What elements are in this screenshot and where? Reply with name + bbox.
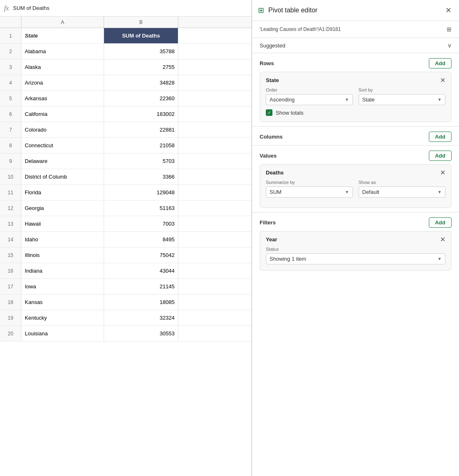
summarize-select-arrow-icon: ▼ <box>345 190 349 194</box>
showas-select[interactable]: Default ▼ <box>359 186 446 198</box>
table-row[interactable]: 20Louisiana30553 <box>0 326 251 342</box>
order-field-group: Order Ascending ▼ <box>266 87 353 105</box>
cell-state[interactable]: District of Columb <box>21 169 104 184</box>
cell-deaths[interactable]: 21058 <box>104 138 178 153</box>
order-select[interactable]: Ascending ▼ <box>266 94 353 105</box>
table-row[interactable]: 14Idaho8495 <box>0 232 251 247</box>
rows-state-card-header: State ✕ <box>266 76 445 84</box>
cell-state[interactable]: Florida <box>21 185 104 200</box>
cell-state[interactable]: Louisiana <box>21 326 104 341</box>
cell-state[interactable]: Connecticut <box>21 138 104 153</box>
table-row[interactable]: 19Kentucky32324 <box>0 310 251 326</box>
rows-add-button[interactable]: Add <box>429 58 452 68</box>
suggested-label: Suggested <box>260 42 285 49</box>
cell-state[interactable]: Delaware <box>21 153 104 169</box>
cell-deaths[interactable]: 34828 <box>104 75 178 90</box>
values-section-title: Values <box>260 153 277 159</box>
show-totals-checkbox[interactable]: ✓ <box>266 109 272 116</box>
table-row[interactable]: 5Arkansas22360 <box>0 91 251 106</box>
values-deaths-close-button[interactable]: ✕ <box>440 169 445 177</box>
table-row[interactable]: 15Illinois75042 <box>0 247 251 263</box>
cell-deaths[interactable]: 35788 <box>104 44 178 59</box>
showas-field-group: Show as Default ▼ <box>359 180 446 198</box>
filters-section-header: Filters Add <box>260 212 452 231</box>
cell-deaths[interactable]: 43044 <box>104 263 178 278</box>
cell-deaths[interactable]: 32324 <box>104 310 178 325</box>
sortby-select[interactable]: State ▼ <box>359 94 446 105</box>
row-number: 3 <box>0 59 21 75</box>
table-row[interactable]: 7Colorado22881 <box>0 122 251 138</box>
cell-state[interactable]: Kentucky <box>21 310 104 325</box>
col-header-a[interactable]: A <box>21 16 104 28</box>
filters-add-button[interactable]: Add <box>429 217 452 228</box>
cell-state[interactable]: Iowa <box>21 279 104 294</box>
cell-deaths[interactable]: 129048 <box>104 185 178 200</box>
col-header-b[interactable]: B <box>104 16 178 28</box>
cell-deaths[interactable]: 8495 <box>104 232 178 247</box>
cell-deaths[interactable]: 5703 <box>104 153 178 169</box>
pivot-close-button[interactable]: ✕ <box>445 6 452 15</box>
cell-deaths[interactable]: 2755 <box>104 59 178 75</box>
cell-deaths[interactable]: 183002 <box>104 106 178 122</box>
cell-deaths[interactable]: 75042 <box>104 247 178 263</box>
cell-state[interactable]: Arizona <box>21 75 104 90</box>
table-row[interactable]: 10District of Columb3366 <box>0 169 251 185</box>
cell-deaths[interactable]: 30553 <box>104 326 178 341</box>
sortby-select-value: State <box>362 97 375 103</box>
pivot-range-grid-icon[interactable]: ⊞ <box>447 26 452 33</box>
table-row[interactable]: 13Hawaii7003 <box>0 216 251 232</box>
summarize-select[interactable]: SUM ▼ <box>266 186 353 198</box>
table-row[interactable]: 3Alaska2755 <box>0 59 251 75</box>
cell-deaths[interactable]: 21145 <box>104 279 178 294</box>
table-row[interactable]: 11Florida129048 <box>0 185 251 200</box>
cell-state[interactable]: Idaho <box>21 232 104 247</box>
cell-state[interactable]: California <box>21 106 104 122</box>
cell-state[interactable]: Alabama <box>21 44 104 59</box>
cell-deaths[interactable]: 51163 <box>104 200 178 216</box>
cell-state[interactable]: Illinois <box>21 247 104 263</box>
filters-section-title: Filters <box>260 219 276 226</box>
filter-status-select[interactable]: Showing 1 item ▼ <box>266 253 445 264</box>
table-row[interactable]: 4Arizona34828 <box>0 75 251 91</box>
row-number: 2 <box>0 44 21 59</box>
table-row[interactable]: 2Alabama35788 <box>0 44 251 59</box>
table-row[interactable]: 12Georgia51163 <box>0 200 251 216</box>
cell-state[interactable]: Kansas <box>21 295 104 310</box>
pivot-editor-header: ⊞ Pivot table editor ✕ <box>252 0 459 21</box>
row-number: 1 <box>0 28 21 43</box>
table-row[interactable]: 18Kansas18085 <box>0 295 251 310</box>
cell-state[interactable]: Colorado <box>21 122 104 137</box>
table-row[interactable]: 1StateSUM of Deaths <box>0 28 251 44</box>
values-deaths-card-title: Deaths <box>266 170 284 176</box>
filters-year-close-button[interactable]: ✕ <box>440 236 445 243</box>
cell-state[interactable]: Arkansas <box>21 91 104 106</box>
columns-add-button[interactable]: Add <box>429 132 452 142</box>
cell-state[interactable]: State <box>21 28 104 43</box>
spreadsheet-area: fx SUM of Deaths A B 1StateSUM of Deaths… <box>0 0 252 476</box>
table-row[interactable]: 6California183002 <box>0 106 251 122</box>
cell-deaths[interactable]: 3366 <box>104 169 178 184</box>
table-row[interactable]: 8Connecticut21058 <box>0 138 251 153</box>
col-headers: A B <box>0 16 251 28</box>
cell-state[interactable]: Alaska <box>21 59 104 75</box>
table-row[interactable]: 9Delaware5703 <box>0 153 251 169</box>
cell-deaths[interactable]: 18085 <box>104 295 178 310</box>
cell-deaths[interactable]: 22360 <box>104 91 178 106</box>
table-row[interactable]: 16Indiana43044 <box>0 263 251 279</box>
cell-state[interactable]: Hawaii <box>21 216 104 231</box>
summarize-label: Summarize by <box>266 180 353 185</box>
cell-state[interactable]: Georgia <box>21 200 104 216</box>
suggested-row[interactable]: Suggested ∨ <box>252 38 459 53</box>
cell-deaths[interactable]: 22881 <box>104 122 178 137</box>
row-number: 6 <box>0 106 21 122</box>
filter-status-label: Status <box>266 247 445 252</box>
pivot-header-left: ⊞ Pivot table editor <box>258 6 317 15</box>
cell-deaths[interactable]: SUM of Deaths <box>104 28 178 43</box>
row-number: 5 <box>0 91 21 106</box>
rows-state-close-button[interactable]: ✕ <box>440 76 445 84</box>
cell-state[interactable]: Indiana <box>21 263 104 278</box>
cell-deaths[interactable]: 7003 <box>104 216 178 231</box>
values-deaths-card: Deaths ✕ Summarize by SUM ▼ Show as Defa… <box>260 164 452 208</box>
values-add-button[interactable]: Add <box>429 151 452 161</box>
table-row[interactable]: 17Iowa21145 <box>0 279 251 295</box>
